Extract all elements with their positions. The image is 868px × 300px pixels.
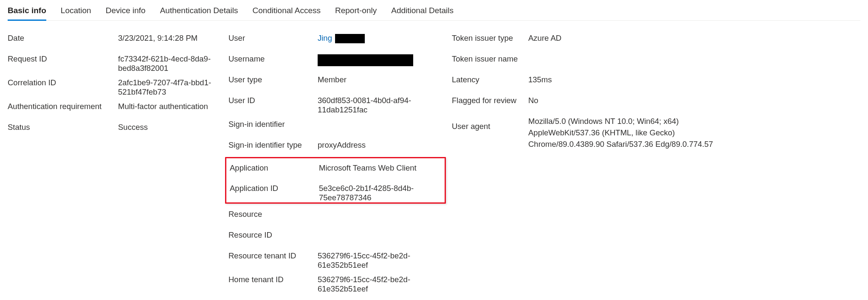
label-correlation-id: Correlation ID	[8, 73, 118, 87]
redacted-username	[318, 54, 413, 66]
value-user-type: Member	[318, 70, 441, 84]
label-request-id: Request ID	[8, 49, 118, 64]
tab-location[interactable]: Location	[61, 2, 91, 20]
value-home-tenant-id: 536279f6-15cc-45f2-be2d-61e352b51eef	[318, 270, 441, 294]
label-token-issuer-name: Token issuer name	[452, 49, 528, 64]
value-user-agent: Mozilla/5.0 (Windows NT 10.0; Win64; x64…	[528, 112, 715, 150]
label-token-issuer-type: Token issuer type	[452, 28, 528, 43]
link-user[interactable]: Jing	[318, 34, 332, 42]
value-date: 3/23/2021, 9:14:28 PM	[118, 28, 220, 43]
value-user-id: 360df853-0081-4b0d-af94-11dab1251fac	[318, 91, 441, 115]
value-latency: 135ms	[528, 70, 715, 84]
tab-device-info[interactable]: Device info	[106, 2, 146, 20]
label-latency: Latency	[452, 70, 528, 84]
value-application-id: 5e3ce6c0-2b1f-4285-8d4b-75ee78787346	[319, 179, 442, 202]
label-application: Application	[230, 158, 319, 173]
label-user-id: User ID	[228, 91, 318, 105]
column-token-agent: Token issuer type Azure AD Token issuer …	[452, 28, 715, 300]
label-user-type: User type	[228, 70, 318, 84]
value-resource	[318, 205, 441, 210]
label-resource-tenant-id: Resource tenant ID	[228, 246, 318, 261]
column-user-app: User Jing Username User type Member User…	[228, 28, 443, 300]
label-user: User	[228, 28, 318, 43]
label-signin-identifier: Sign-in identifier	[228, 115, 318, 129]
value-signin-identifier	[318, 115, 441, 120]
user-agent-line3: Chrome/89.0.4389.90 Safari/537.36 Edg/89…	[528, 140, 713, 149]
label-home-tenant-id: Home tenant ID	[228, 270, 318, 284]
label-client-app: Client app	[228, 294, 318, 300]
label-username: Username	[228, 49, 318, 64]
value-application: Microsoft Teams Web Client	[319, 158, 442, 173]
value-resource-id	[318, 225, 441, 230]
value-token-issuer-name	[528, 49, 715, 54]
label-auth-requirement: Authentication requirement	[8, 97, 118, 111]
tab-basic-info[interactable]: Basic info	[8, 2, 46, 20]
highlight-application-section: Application Microsoft Teams Web Client A…	[225, 157, 446, 204]
label-user-agent: User agent	[452, 112, 528, 131]
tab-additional-details[interactable]: Additional Details	[391, 2, 454, 20]
tab-report-only[interactable]: Report-only	[335, 2, 377, 20]
value-username	[318, 49, 441, 66]
tab-conditional-access[interactable]: Conditional Access	[252, 2, 321, 20]
value-token-issuer-type: Azure AD	[528, 28, 715, 43]
value-request-id: fc73342f-621b-4ecd-8da9-bed8a3f82001	[118, 49, 220, 73]
user-agent-line2: AppleWebKit/537.36 (KHTML, like Gecko)	[528, 128, 675, 137]
label-application-id: Application ID	[230, 179, 319, 193]
column-basic: Date 3/23/2021, 9:14:28 PM Request ID fc…	[8, 28, 220, 300]
label-flagged-for-review: Flagged for review	[452, 91, 528, 105]
redacted-user-surname	[335, 34, 365, 43]
user-agent-line1: Mozilla/5.0 (Windows NT 10.0; Win64; x64…	[528, 117, 679, 126]
value-user: Jing	[318, 28, 441, 43]
value-correlation-id: 2afc1be9-7207-4f7a-bbd1-521bf47feb73	[118, 73, 220, 97]
value-resource-tenant-id: 536279f6-15cc-45f2-be2d-61e352b51eef	[318, 246, 441, 270]
tab-authentication-details[interactable]: Authentication Details	[160, 2, 238, 20]
label-date: Date	[8, 28, 118, 43]
label-resource: Resource	[228, 205, 318, 219]
value-signin-identifier-type: proxyAddress	[318, 135, 441, 150]
value-auth-requirement: Multi-factor authentication	[118, 97, 220, 111]
value-flagged-for-review: No	[528, 91, 715, 105]
details-panel: Date 3/23/2021, 9:14:28 PM Request ID fc…	[8, 21, 860, 300]
value-client-app: Browser	[318, 294, 441, 300]
label-status: Status	[8, 118, 118, 132]
tabs-bar: Basic info Location Device info Authenti…	[8, 0, 860, 21]
label-signin-identifier-type: Sign-in identifier type	[228, 135, 318, 150]
value-status: Success	[118, 118, 220, 132]
label-resource-id: Resource ID	[228, 225, 318, 240]
